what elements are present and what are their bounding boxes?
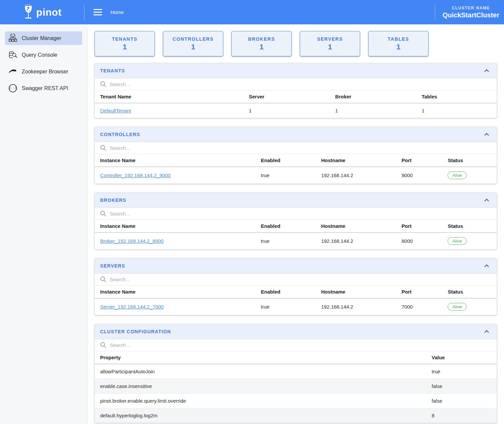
config-value: 8 [426,408,497,423]
table-row: Server_192.168.144.2_7000 true 192.168.1… [95,298,497,315]
tenants-section: TENANTS Tenant Name Server Broker Tables [94,63,497,118]
column-header: Tenant Name [95,90,243,103]
table-header-row: Instance Name Enabled Hostname Port Stat… [95,286,497,298]
stat-card-tables: TABLES 1 [368,31,429,56]
column-header: Hostname [316,220,396,233]
tenant-name-link[interactable]: DefaultTenant [100,108,131,113]
column-header: Port [396,286,442,298]
hamburger-menu-icon[interactable] [93,9,102,15]
header-divider [84,5,84,20]
servers-search-row [95,274,497,286]
table-row: allowParticipantAutoJoin true [95,364,497,379]
config-property: allowParticipantAutoJoin [95,364,426,379]
query-console-icon [8,50,17,59]
config-value: false [426,394,497,408]
stat-card-label: TENANTS [112,36,138,42]
cluster-config-search-input[interactable] [110,342,491,348]
column-header: Enabled [256,286,316,298]
tenant-tables-count: 1 [416,103,497,118]
pinot-brand-link[interactable]: pinot [23,4,62,21]
server-instance-link[interactable]: Server_192.168.144.2_7000 [100,304,164,310]
status-badge: Alive [448,303,466,311]
sidebar-item-swagger-rest-api[interactable]: {··} Swagger REST API [5,81,82,95]
status-badge: Alive [448,171,466,179]
home-link[interactable]: Home [110,9,124,15]
section-title: SERVERS [100,263,125,269]
servers-section: SERVERS Instance Name Enabled Hostname P… [94,258,497,315]
stat-cards-row: TENANTS 1 CONTROLLERS 1 BROKERS 1 SERVER… [94,31,497,56]
cluster-configuration-section-header: CLUSTER CONFIGURATION [95,324,497,339]
column-header: Status [442,286,497,298]
sidebar-item-query-console[interactable]: Query Console [5,48,82,62]
broker-instance-link[interactable]: Broker_192.168.144.2_8000 [100,238,164,244]
column-header: Status [442,220,497,233]
collapse-chevron-icon[interactable] [482,68,491,73]
controllers-table: Instance Name Enabled Hostname Port Stat… [95,154,497,183]
server-hostname: 192.168.144.2 [316,298,396,315]
cluster-name-value: QuickStartCluster [443,11,499,19]
server-enabled: true [256,298,316,315]
stat-card-tenants: TENANTS 1 [94,31,155,56]
cluster-manager-icon [8,34,17,43]
brokers-section: BROKERS Instance Name Enabled Hostname P… [94,192,497,250]
stat-card-controllers: CONTROLLERS 1 [163,31,223,56]
brokers-section-header: BROKERS [95,193,497,208]
tenants-search-row [95,78,497,90]
search-icon [100,81,106,87]
sidebar-item-zookeeper-browser[interactable]: Zookeeper Browser [5,65,82,78]
app-header: pinot Home CLUSTER NAME QuickStartCluste… [0,0,504,24]
column-header: Tables [416,90,497,103]
controllers-section-header: CONTROLLERS [95,127,497,142]
collapse-chevron-icon[interactable] [482,197,491,203]
controllers-search-input[interactable] [110,145,491,151]
collapse-chevron-icon[interactable] [482,132,491,137]
swagger-icon: {··} [8,84,17,93]
config-property: pinot.broker.enable.query.limit.override [95,394,426,408]
cluster-config-table: Property Value allowParticipantAutoJoin … [95,351,497,423]
search-icon [100,145,106,151]
stat-card-value: 1 [122,43,127,51]
table-header-row: Instance Name Enabled Hostname Port Stat… [95,220,497,233]
config-value: true [426,364,497,379]
table-row: enable.case.insensitive false [95,379,497,394]
stat-card-label: TABLES [388,36,409,42]
servers-search-input[interactable] [110,277,491,282]
column-header: Property [95,351,426,364]
search-icon [100,342,106,348]
sidebar-item-label: Swagger REST API [22,85,68,91]
table-row: Controller_192.168.144.2_9000 true 192.1… [95,167,497,183]
stat-card-label: CONTROLLERS [173,36,214,42]
main-content: TENANTS 1 CONTROLLERS 1 BROKERS 1 SERVER… [87,24,504,424]
sidebar-item-label: Query Console [22,52,57,58]
stat-card-label: SERVERS [317,36,343,42]
config-value: false [426,379,497,394]
cluster-name-label: CLUSTER NAME [443,6,499,10]
status-badge: Alive [448,237,466,245]
column-header: Instance Name [95,220,256,233]
controller-instance-link[interactable]: Controller_192.168.144.2_9000 [100,172,171,178]
search-icon [100,276,106,283]
brokers-search-row [95,208,497,220]
controllers-search-row [95,142,497,154]
cluster-config-search-row [95,339,497,351]
sidebar-item-cluster-manager[interactable]: Cluster Manager [5,31,82,45]
column-header: Server [243,90,330,103]
column-header: Instance Name [95,154,256,167]
servers-section-header: SERVERS [95,259,497,274]
table-header-row: Property Value [95,351,497,364]
column-header: Enabled [256,220,316,233]
brokers-search-input[interactable] [110,211,491,217]
broker-port: 8000 [396,233,442,249]
collapse-chevron-icon[interactable] [482,329,491,334]
controller-port: 9000 [396,167,442,183]
collapse-chevron-icon[interactable] [482,263,491,269]
table-row: default.hyperloglog.log2m 8 [95,408,497,423]
tenants-search-input[interactable] [110,81,491,87]
controller-enabled: true [256,167,316,183]
config-property: default.hyperloglog.log2m [95,408,426,423]
broker-enabled: true [256,233,316,249]
column-header: Enabled [256,154,316,167]
column-header: Port [396,220,442,233]
sidebar-item-label: Zookeeper Browser [22,69,68,75]
stat-card-value: 1 [328,43,332,51]
